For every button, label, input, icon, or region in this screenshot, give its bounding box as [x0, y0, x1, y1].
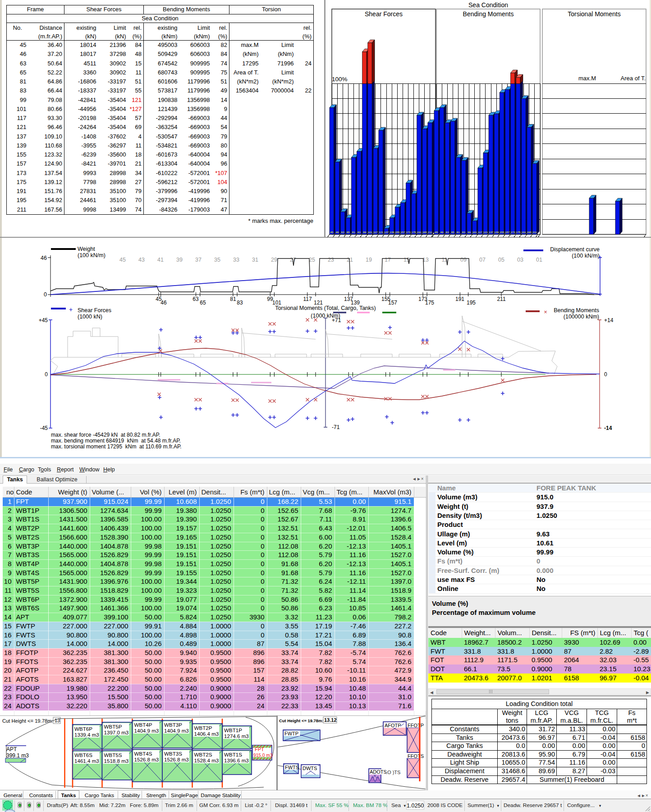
svg-text:117: 117 — [373, 231, 378, 234]
svg-text:175: 175 — [425, 300, 434, 306]
svg-text:63: 63 — [446, 231, 449, 234]
svg-text:1526.8 m3: 1526.8 m3 — [134, 757, 159, 762]
svg-text:(100000 kNm): (100000 kNm) — [564, 314, 599, 320]
svg-text:33: 33 — [233, 257, 239, 263]
svg-text:155: 155 — [500, 231, 504, 234]
svg-text:FPT: FPT — [255, 747, 264, 752]
svg-text:37: 37 — [195, 257, 202, 263]
svg-text:399.1 m3: 399.1 m3 — [6, 752, 29, 759]
svg-text:Bending Moments: Bending Moments — [554, 307, 599, 314]
svg-text:Shear Forces: Shear Forces — [78, 307, 111, 314]
svg-text:63: 63 — [193, 296, 199, 302]
svg-text:07: 07 — [479, 257, 486, 263]
svg-text:21: 21 — [347, 257, 353, 263]
svg-text:83: 83 — [462, 231, 465, 234]
svg-text:31: 31 — [252, 257, 258, 263]
svg-text:45: 45 — [330, 231, 333, 234]
svg-text:83: 83 — [237, 300, 243, 306]
svg-text:23: 23 — [328, 257, 334, 263]
svg-text:max. bending moment 684919 kN: max. bending moment 684919 kNm at 54.48 … — [51, 438, 181, 444]
svg-text:121: 121 — [483, 231, 488, 234]
svg-text:17: 17 — [385, 257, 391, 263]
svg-text:43: 43 — [138, 257, 145, 263]
svg-text:101: 101 — [472, 231, 477, 234]
svg-text:915.0 m3: 915.0 m3 — [253, 753, 273, 758]
svg-text:121: 121 — [379, 231, 384, 234]
svg-text:101: 101 — [367, 231, 372, 234]
svg-text:191: 191 — [455, 296, 464, 302]
svg-text:APT: APT — [6, 746, 17, 752]
svg-text:09: 09 — [460, 257, 467, 263]
svg-text:157: 157 — [388, 300, 397, 306]
svg-text:173: 173 — [510, 231, 515, 234]
svg-text:157: 157 — [505, 231, 510, 234]
svg-text:WBT1P: WBT1P — [224, 727, 242, 733]
svg-text:46: 46 — [440, 231, 443, 234]
svg-text:+45: +45 — [39, 317, 48, 323]
svg-text:0: 0 — [604, 371, 607, 378]
svg-text:Torsional Moments (Total, Carg: Torsional Moments (Total, Cargo, Tanks) — [275, 305, 376, 311]
svg-text:19: 19 — [366, 257, 372, 263]
svg-text:195: 195 — [467, 300, 476, 306]
svg-text:155: 155 — [395, 231, 400, 234]
svg-text:99: 99 — [468, 231, 471, 234]
svg-text:65: 65 — [451, 231, 454, 234]
svg-text:max. shear force -45429 kN at: max. shear force -45429 kN at 80.82 m.fr… — [51, 432, 160, 438]
svg-text:Cut Height <= 19.78m:: Cut Height <= 19.78m: — [2, 718, 53, 724]
svg-text:max. torsional moment 17295 k: max. torsional moment 17295 kNm at 110.6… — [51, 443, 182, 450]
svg-text:25: 25 — [309, 257, 315, 263]
svg-text:WBT6P: WBT6P — [74, 726, 92, 732]
svg-text:Bending Moments: Bending Moments — [463, 10, 514, 18]
svg-text:1404.9 m3: 1404.9 m3 — [164, 728, 189, 734]
svg-text:63: 63 — [341, 231, 344, 234]
svg-text:1526.8 m3: 1526.8 m3 — [164, 757, 189, 762]
svg-text:WBT2P: WBT2P — [194, 725, 212, 731]
svg-text:Sea Condition: Sea Condition — [468, 1, 508, 9]
svg-text:-45: -45 — [40, 425, 48, 431]
svg-text:1404.9 m3: 1404.9 m3 — [134, 728, 159, 734]
svg-text:0: 0 — [45, 371, 48, 378]
svg-text:35: 35 — [214, 257, 220, 263]
svg-text:1528.4 m3: 1528.4 m3 — [194, 757, 219, 763]
svg-text:1396.6 m3: 1396.6 m3 — [224, 757, 249, 763]
svg-text:81: 81 — [457, 231, 460, 234]
svg-text:WBT4S: WBT4S — [134, 751, 152, 757]
svg-text:137: 137 — [489, 231, 494, 234]
svg-text:FWTS: FWTS — [285, 765, 299, 770]
svg-text:29: 29 — [271, 257, 277, 263]
svg-text:max.M: max.M — [578, 75, 596, 82]
svg-text:195: 195 — [422, 231, 427, 234]
svg-text:05: 05 — [498, 257, 504, 263]
svg-text:1339.4 m3: 1339.4 m3 — [74, 732, 99, 738]
svg-text:191: 191 — [417, 231, 422, 234]
svg-text:13.12: 13.12 — [324, 717, 337, 723]
svg-text:ADOTS: ADOTS — [370, 769, 387, 775]
svg-text:FWTP: FWTP — [284, 731, 298, 736]
svg-text:03: 03 — [517, 257, 523, 263]
svg-text:1397.0 m3: 1397.0 m3 — [104, 729, 129, 735]
svg-text:139: 139 — [390, 231, 394, 234]
svg-text:99: 99 — [363, 231, 366, 234]
svg-text:46: 46 — [160, 300, 167, 306]
svg-text:45: 45 — [119, 257, 126, 263]
svg-text:46: 46 — [335, 231, 339, 234]
svg-text:81: 81 — [352, 231, 355, 234]
svg-text:Area of T.: Area of T. — [621, 75, 646, 82]
svg-text:117: 117 — [478, 231, 482, 234]
svg-text:1274.6 m3: 1274.6 m3 — [224, 733, 249, 739]
svg-text:41: 41 — [157, 257, 164, 263]
svg-text:211: 211 — [428, 231, 432, 234]
svg-text:100%: 100% — [332, 76, 348, 83]
svg-text:1406.4 m3: 1406.4 m3 — [194, 731, 219, 737]
svg-text:WBT5P: WBT5P — [104, 724, 122, 729]
svg-text:FFOTP: FFOTP — [408, 723, 424, 728]
svg-text:+14: +14 — [604, 317, 614, 323]
svg-text:139: 139 — [494, 231, 499, 234]
svg-text:WBT6S: WBT6S — [74, 752, 92, 758]
svg-text:WBT3S: WBT3S — [164, 751, 182, 757]
svg-text:39: 39 — [176, 257, 183, 263]
svg-text:Cut Height <= 19.78m:: Cut Height <= 19.78m: — [279, 718, 323, 723]
svg-text:191: 191 — [521, 231, 526, 234]
svg-text:211: 211 — [532, 231, 537, 234]
svg-text:173: 173 — [406, 231, 411, 234]
